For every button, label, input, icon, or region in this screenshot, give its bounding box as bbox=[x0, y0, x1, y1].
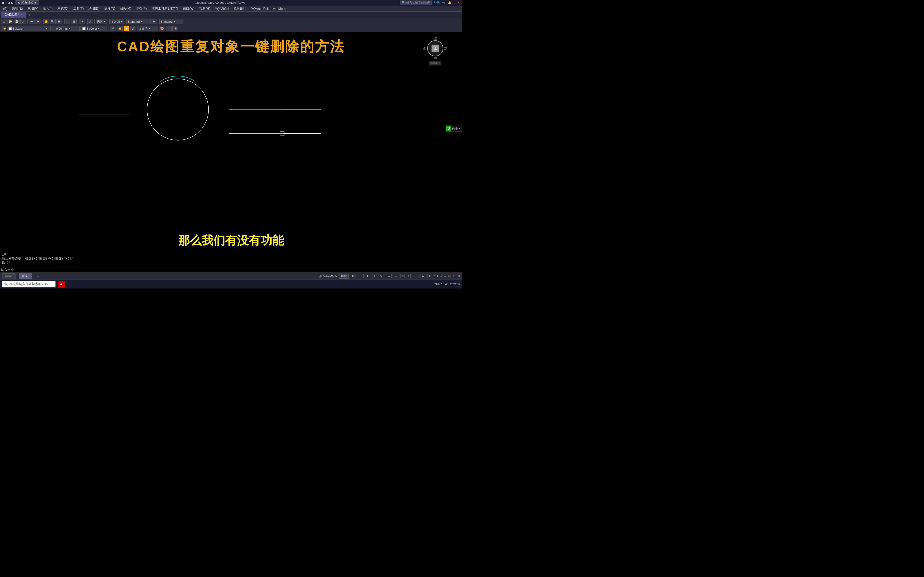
circle-main bbox=[147, 79, 208, 140]
separator3 bbox=[63, 19, 63, 24]
open-button[interactable]: 📂 bbox=[8, 19, 13, 24]
text-button[interactable]: A bbox=[87, 19, 93, 24]
search-box[interactable]: 🔍 键入关键字或短语 bbox=[400, 0, 432, 5]
canvas-area[interactable]: CAD绘图重复对象一键删除的方法 bbox=[0, 32, 462, 272]
lock-layer[interactable]: 🔒 bbox=[117, 26, 123, 31]
layout-tab2[interactable]: 布局2 bbox=[19, 273, 32, 279]
menu-yuanquan[interactable]: 源泉设计 bbox=[231, 6, 249, 11]
zoom-button[interactable]: 🔍 bbox=[50, 19, 56, 24]
snap-btn[interactable]: ⋮ bbox=[358, 274, 363, 278]
menu-help[interactable]: 帮助(H) bbox=[197, 6, 212, 11]
command-area: _× 指定对角点或 [栏选(F)/圈围(WP)/圈交(CP)]: 取消* 输入命… bbox=[0, 251, 462, 272]
model-label[interactable]: 模型 bbox=[339, 274, 349, 279]
subtitle-overlay: 那么我们有没有功能 bbox=[0, 233, 462, 248]
menu-params[interactable]: 参数(P) bbox=[134, 6, 149, 11]
command-input-area[interactable]: 输入命令 bbox=[0, 267, 462, 272]
extra-btn3[interactable]: ⊞ bbox=[173, 26, 178, 31]
add-layout-button[interactable]: + bbox=[35, 274, 40, 278]
add-tab-button[interactable]: + bbox=[26, 12, 32, 18]
color-btn[interactable]: ■ bbox=[124, 26, 129, 31]
menu-pulldown[interactable]: YQArch Pull-down Menu bbox=[249, 6, 288, 11]
separator7 bbox=[108, 19, 108, 24]
close-icon[interactable]: ✕ bbox=[457, 1, 460, 5]
menu-edit[interactable]: 编辑(E) bbox=[10, 6, 25, 11]
input-mode: ◐ ● bbox=[455, 127, 460, 130]
bell-icon[interactable]: 🔔 bbox=[448, 1, 452, 5]
osnap-btn[interactable]: ◎ bbox=[379, 274, 384, 278]
taskbar-left: 🔍 在这里输入你要搜索的内容 A bbox=[2, 281, 65, 288]
layer-status-button[interactable]: ⚡ bbox=[1, 26, 6, 31]
help-button[interactable]: ? bbox=[79, 19, 85, 24]
redo-button[interactable]: ↪ bbox=[35, 19, 41, 24]
fullscreen-btn[interactable]: ⊞ bbox=[457, 274, 460, 278]
menu-annotate[interactable]: 标注(N) bbox=[102, 6, 117, 11]
dimstyle-dropdown-arrow: ▾ bbox=[141, 20, 142, 23]
menu-file[interactable]: (F) bbox=[1, 6, 10, 11]
login-button[interactable]: 登录 bbox=[434, 1, 440, 5]
subtitle-text: 那么我们有没有功能 bbox=[178, 234, 284, 247]
cart-icon[interactable]: 🛒 bbox=[442, 1, 446, 5]
linetype-dropdown[interactable]: ISO-25 ▾ bbox=[109, 19, 124, 24]
select-cycle-btn[interactable]: ⋯ bbox=[413, 274, 418, 278]
quick-prop-btn[interactable]: ℹ bbox=[407, 274, 411, 278]
layer-dropdown[interactable]: ByLayer ▾ bbox=[7, 26, 50, 31]
zoom-plus[interactable]: + bbox=[440, 275, 442, 278]
textstyle-dropdown-arrow: ▾ bbox=[174, 20, 175, 23]
tab-close-button[interactable]: × bbox=[21, 13, 22, 16]
lineweight-btn[interactable]: ≡ bbox=[394, 274, 398, 278]
autocad-icon[interactable]: A bbox=[58, 281, 65, 288]
settings-btn[interactable]: ⚙ bbox=[448, 274, 451, 278]
restore-btn[interactable]: ⊡ bbox=[453, 274, 455, 278]
toolbar-icons-left: ■ □ ◀ ▶ bbox=[2, 1, 13, 5]
zoom-extents[interactable]: ⊞ bbox=[56, 19, 62, 24]
extra-btn2[interactable]: ≡ bbox=[166, 26, 172, 31]
menu-insert[interactable]: 插入(I) bbox=[41, 6, 55, 11]
save-button[interactable]: 💾 bbox=[14, 19, 20, 24]
layout-tab1[interactable]: 布局1 bbox=[2, 273, 16, 279]
dim-style-btn2[interactable]: ⊕ bbox=[151, 19, 157, 24]
ortho-btn[interactable]: L bbox=[366, 274, 370, 278]
menu-yqarch[interactable]: YQARCH bbox=[213, 6, 231, 11]
paper-dropdown[interactable]: □ 图纸 ▾ bbox=[137, 26, 158, 31]
menu-draw[interactable]: 绘图(D) bbox=[86, 6, 102, 11]
layer-manager[interactable]: ▦ bbox=[71, 19, 77, 24]
help-icon[interactable]: ? bbox=[454, 2, 455, 5]
menu-window[interactable]: 窗口(W) bbox=[181, 6, 197, 11]
undo-button[interactable]: ↩ bbox=[29, 19, 34, 24]
transparency-btn[interactable]: □ bbox=[400, 274, 405, 278]
new-button[interactable]: □ bbox=[1, 19, 7, 24]
dynamic-btn[interactable]: ↔ bbox=[386, 274, 392, 278]
extra-btn1[interactable]: 🎨 bbox=[159, 26, 165, 31]
grid-btn[interactable]: ⊞ bbox=[351, 274, 356, 278]
status-bar: 布局1 布局2 + 燕秀字高=2.5 模型 ⊞ ⋮ L ⌖ ◎ ↔ ≡ □ ℹ … bbox=[0, 272, 462, 279]
pan-button[interactable]: ✋ bbox=[43, 19, 49, 24]
menu-yanxiu[interactable]: 燕秀工具箱2.87(Y) bbox=[149, 6, 180, 11]
font-label: 黑体 bbox=[97, 19, 103, 24]
command-log-line-x: _× bbox=[2, 253, 460, 256]
toolbar2: ⚡ ByLayer ▾ — 0.00 mm ▾ ByColor ▾ ❄ 🔒 ■ … bbox=[0, 25, 462, 32]
freeze-layer[interactable]: ❄ bbox=[110, 26, 116, 31]
lineweight-dropdown[interactable]: — 0.00 mm ▾ bbox=[50, 26, 80, 31]
dimstyle-dropdown[interactable]: Standard ▾ bbox=[126, 19, 150, 24]
linetype-label: ISO-25 bbox=[111, 20, 120, 23]
menu-modify[interactable]: 修改(M) bbox=[118, 6, 133, 11]
taskbar-search[interactable]: 🔍 在这里输入你要搜索的内容 bbox=[2, 281, 56, 287]
color-dropdown[interactable]: ByColor ▾ bbox=[81, 26, 107, 31]
print-button[interactable]: 🖨 bbox=[20, 19, 26, 24]
sep-t2-1 bbox=[108, 26, 109, 31]
drawing-tab[interactable]: CAD教程* × bbox=[1, 11, 26, 18]
annotation-btn[interactable]: A bbox=[420, 274, 425, 278]
font-dropdown[interactable]: 黑体 ▾ bbox=[96, 19, 107, 24]
menu-view[interactable]: 视图(V) bbox=[26, 6, 40, 11]
command-log-line1: 指定对角点或 [栏选(F)/圈围(WP)/圈交(CP)]: bbox=[2, 256, 460, 261]
ws-btn[interactable]: A bbox=[427, 274, 432, 278]
paper-dropdown-arrow: ▾ bbox=[149, 27, 150, 30]
print-layer[interactable]: 🖨 bbox=[130, 26, 136, 31]
textstyle-dropdown[interactable]: Standard ▾ bbox=[159, 19, 183, 24]
zoom-minus[interactable]: − bbox=[444, 275, 446, 278]
menu-format[interactable]: 格式(O) bbox=[55, 6, 71, 11]
menu-tools[interactable]: 工具(T) bbox=[71, 6, 86, 11]
match-prop[interactable]: ≡ bbox=[65, 19, 70, 24]
polar-btn[interactable]: ⌖ bbox=[372, 274, 376, 278]
compass-south: 南 bbox=[434, 56, 437, 60]
